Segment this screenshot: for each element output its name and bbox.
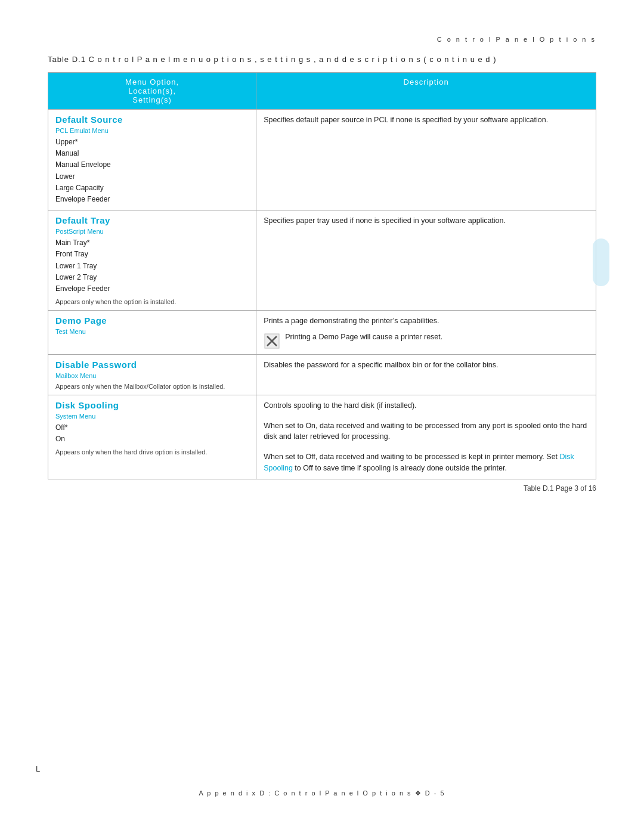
warning-icon xyxy=(264,333,280,349)
inline-cyan-text: Disk Spooling xyxy=(264,453,574,472)
row3-warning-box: Printing a Demo Page will cause a printe… xyxy=(264,332,589,349)
row3-submenu: Test Menu xyxy=(55,328,249,335)
row5-title: Disk Spooling xyxy=(55,400,249,410)
table-row: Demo Page Test Menu Prints a page demons… xyxy=(48,311,596,355)
table-title: Table D.1 C o n t r o l P a n e l m e n … xyxy=(0,49,644,70)
row2-note: Appears only when the option is installe… xyxy=(55,298,249,305)
row5-settings: Off*On xyxy=(55,422,249,445)
row2-right: Specifies paper tray used if none is spe… xyxy=(256,210,596,311)
row2-desc: Specifies paper tray used if none is spe… xyxy=(264,215,589,227)
row5-note: Appears only when the hard drive option … xyxy=(55,448,249,456)
table-footer: Table D.1 Page 3 of 16 xyxy=(0,479,644,497)
main-table: Menu Option,Location(s),Setting(s) Descr… xyxy=(48,72,596,479)
row3-right: Prints a page demonstrating the printer’… xyxy=(256,311,596,355)
row1-title: Default Source xyxy=(55,114,249,125)
row2-left: Default Tray PostScript Menu Main Tray*F… xyxy=(48,210,256,311)
page-wrapper: C o n t r o l P a n e l O p t i o n s Ta… xyxy=(0,0,644,833)
row1-right: Specifies default paper source in PCL if… xyxy=(256,110,596,210)
row4-note: Appears only when the Mailbox/Collator o… xyxy=(55,383,249,390)
header-area: C o n t r o l P a n e l O p t i o n s xyxy=(0,0,644,49)
bottom-left-mark: L xyxy=(36,764,40,773)
row5-desc-1: Controls spooling to the hard disk (if i… xyxy=(264,400,589,411)
row5-submenu: System Menu xyxy=(55,413,249,420)
row4-left: Disable Password Mailbox Menu Appears on… xyxy=(48,354,256,395)
row4-right: Disables the password for a specific mai… xyxy=(256,354,596,395)
table-row: Default Source PCL Emulat Menu Upper*Man… xyxy=(48,110,596,210)
table-row: Default Tray PostScript Menu Main Tray*F… xyxy=(48,210,596,311)
row2-submenu: PostScript Menu xyxy=(55,228,249,235)
row1-settings: Upper*ManualManual EnvelopeLowerLarge Ca… xyxy=(55,137,249,205)
table-row: Disk Spooling System Menu Off*On Appears… xyxy=(48,395,596,479)
row4-title: Disable Password xyxy=(55,360,249,370)
table-row: Disable Password Mailbox Menu Appears on… xyxy=(48,354,596,395)
bottom-footer-text: A p p e n d i x D : C o n t r o l P a n … xyxy=(199,789,445,797)
row1-submenu: PCL Emulat Menu xyxy=(55,127,249,134)
row3-warning-text: Printing a Demo Page will cause a printe… xyxy=(285,332,442,343)
row4-submenu: Mailbox Menu xyxy=(55,372,249,379)
col2-header: Description xyxy=(256,73,596,110)
row4-desc: Disables the password for a specific mai… xyxy=(264,360,589,371)
row3-left: Demo Page Test Menu xyxy=(48,311,256,355)
col1-header: Menu Option,Location(s),Setting(s) xyxy=(48,73,256,110)
row1-left: Default Source PCL Emulat Menu Upper*Man… xyxy=(48,110,256,210)
header-label: C o n t r o l P a n e l O p t i o n s xyxy=(437,36,596,43)
row5-desc-3: When set to Off, data received and waiti… xyxy=(264,451,589,474)
tab-shape xyxy=(593,239,609,286)
row5-desc-2: When set to On, data received and waitin… xyxy=(264,420,589,443)
row3-desc: Prints a page demonstrating the printer’… xyxy=(264,315,589,327)
row3-title: Demo Page xyxy=(55,315,249,326)
row2-settings: Main Tray*Front TrayLower 1 TrayLower 2 … xyxy=(55,237,249,295)
row5-right: Controls spooling to the hard disk (if i… xyxy=(256,395,596,479)
row1-desc: Specifies default paper source in PCL if… xyxy=(264,114,589,126)
row2-title: Default Tray xyxy=(55,215,249,225)
row5-left: Disk Spooling System Menu Off*On Appears… xyxy=(48,395,256,479)
bottom-footer: A p p e n d i x D : C o n t r o l P a n … xyxy=(0,789,644,797)
